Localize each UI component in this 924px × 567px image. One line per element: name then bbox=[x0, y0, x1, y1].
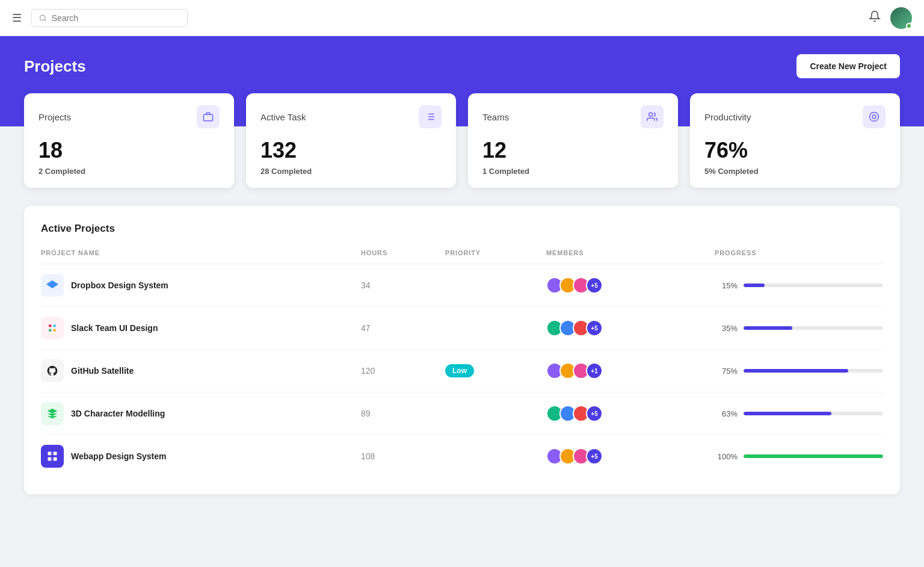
svg-rect-16 bbox=[54, 452, 57, 456]
project-table: Project Name Hours Priority Members Prog… bbox=[41, 249, 883, 477]
col-header-progress: Progress bbox=[715, 249, 883, 264]
progress-bar-fill bbox=[744, 454, 883, 458]
cell-hours: 108 bbox=[361, 435, 445, 478]
table-row: Slack Team UI Design 47 +5 35% bbox=[41, 307, 883, 350]
progress-pct: 63% bbox=[715, 409, 738, 418]
cell-members: +5 bbox=[546, 435, 715, 478]
project-name-text: GitHub Satellite bbox=[71, 366, 134, 376]
stat-label-productivity: Productivity bbox=[704, 112, 751, 122]
project-name-text: Webapp Design System bbox=[71, 451, 166, 461]
member-avatar-extra: +5 bbox=[586, 405, 603, 422]
cell-progress: 35% bbox=[715, 307, 883, 350]
table-row: Dropbox Design System 34 +5 15% bbox=[41, 264, 883, 307]
stat-label-projects: Projects bbox=[38, 112, 71, 122]
project-logo bbox=[41, 359, 64, 382]
cell-priority bbox=[445, 435, 546, 478]
project-logo bbox=[41, 445, 64, 468]
stat-icon-activetask bbox=[419, 105, 442, 128]
stat-icon-teams bbox=[641, 105, 664, 128]
avatar-online-dot bbox=[906, 23, 912, 29]
stat-card-projects: Projects 18 2 Completed bbox=[24, 93, 234, 188]
cell-hours: 34 bbox=[361, 264, 445, 307]
progress-bar-fill bbox=[744, 326, 792, 330]
page-title: Projects bbox=[24, 57, 86, 76]
cell-members: +1 bbox=[546, 350, 715, 392]
svg-rect-14 bbox=[54, 329, 56, 332]
col-header-hours: Hours bbox=[361, 249, 445, 264]
nav-right bbox=[869, 7, 912, 29]
cell-members: +5 bbox=[546, 307, 715, 350]
cell-priority: Low bbox=[445, 350, 546, 392]
active-projects-card: Active Projects Project Name Hours Prior… bbox=[24, 206, 900, 494]
stat-number-projects: 18 bbox=[38, 138, 220, 163]
search-box bbox=[31, 9, 188, 27]
cell-members: +5 bbox=[546, 392, 715, 435]
stat-icon-projects bbox=[197, 105, 220, 128]
bell-icon[interactable] bbox=[869, 10, 881, 25]
col-header-priority: Priority bbox=[445, 249, 546, 264]
progress-bar-bg bbox=[744, 284, 883, 287]
progress-pct: 100% bbox=[715, 452, 738, 461]
project-logo bbox=[41, 274, 64, 297]
project-logo bbox=[41, 402, 64, 425]
svg-rect-11 bbox=[49, 324, 51, 327]
svg-rect-1 bbox=[204, 114, 213, 121]
stat-card-productivity: Productivity 76% 5% Completed bbox=[690, 93, 900, 188]
cell-name: 3D Character Modelling bbox=[41, 392, 361, 435]
section-title: Active Projects bbox=[41, 223, 883, 235]
svg-rect-18 bbox=[54, 457, 57, 461]
stat-sub-projects: 2 Completed bbox=[38, 167, 220, 176]
search-icon bbox=[39, 14, 47, 22]
avatar[interactable] bbox=[890, 7, 912, 29]
progress-pct: 15% bbox=[715, 281, 738, 290]
svg-rect-15 bbox=[48, 452, 52, 456]
progress-bar-bg bbox=[744, 454, 883, 458]
stat-icon-productivity bbox=[863, 105, 886, 128]
svg-rect-17 bbox=[48, 457, 52, 461]
cell-hours: 47 bbox=[361, 307, 445, 350]
cell-name: Slack Team UI Design bbox=[41, 307, 361, 350]
cell-name: GitHub Satellite bbox=[41, 350, 361, 392]
svg-point-9 bbox=[870, 113, 879, 122]
stat-number-activetask: 132 bbox=[260, 138, 442, 163]
progress-bar-fill bbox=[744, 284, 765, 287]
priority-badge: Low bbox=[445, 364, 474, 377]
progress-bar-bg bbox=[744, 369, 883, 373]
stat-number-productivity: 76% bbox=[704, 138, 886, 163]
svg-point-8 bbox=[649, 113, 653, 116]
project-name-text: Slack Team UI Design bbox=[71, 323, 158, 333]
member-avatar-extra: +5 bbox=[586, 277, 603, 294]
project-name-text: Dropbox Design System bbox=[71, 280, 168, 290]
stat-card-teams: Teams 12 1 Completed bbox=[468, 93, 678, 188]
cell-hours: 89 bbox=[361, 392, 445, 435]
svg-point-10 bbox=[872, 115, 876, 119]
table-row: Webapp Design System 108 +5 100% bbox=[41, 435, 883, 478]
svg-rect-13 bbox=[49, 329, 51, 332]
stat-sub-teams: 1 Completed bbox=[482, 167, 664, 176]
create-project-button[interactable]: Create New Project bbox=[796, 54, 900, 78]
col-header-members: Members bbox=[546, 249, 715, 264]
project-name-text: 3D Character Modelling bbox=[71, 409, 165, 418]
progress-pct: 35% bbox=[715, 324, 738, 333]
cell-priority bbox=[445, 264, 546, 307]
member-avatar-extra: +1 bbox=[586, 362, 603, 379]
search-input[interactable] bbox=[52, 13, 180, 23]
progress-bar-fill bbox=[744, 412, 831, 415]
progress-bar-bg bbox=[744, 412, 883, 415]
stat-sub-productivity: 5% Completed bbox=[704, 167, 886, 176]
table-row: GitHub Satellite 120 Low +1 75% bbox=[41, 350, 883, 392]
stat-label-teams: Teams bbox=[482, 112, 509, 122]
svg-rect-12 bbox=[54, 324, 56, 327]
stat-number-teams: 12 bbox=[482, 138, 664, 163]
progress-bar-bg bbox=[744, 326, 883, 330]
menu-icon[interactable]: ☰ bbox=[12, 11, 22, 25]
cell-progress: 15% bbox=[715, 264, 883, 307]
svg-point-0 bbox=[40, 15, 46, 20]
member-avatar-extra: +5 bbox=[586, 320, 603, 336]
main-content: Active Projects Project Name Hours Prior… bbox=[0, 188, 924, 512]
cell-priority bbox=[445, 307, 546, 350]
table-row: 3D Character Modelling 89 +5 63% bbox=[41, 392, 883, 435]
stats-row: Projects 18 2 Completed Active Task 132 … bbox=[0, 93, 924, 188]
cell-priority bbox=[445, 392, 546, 435]
stat-label-activetask: Active Task bbox=[260, 112, 306, 122]
